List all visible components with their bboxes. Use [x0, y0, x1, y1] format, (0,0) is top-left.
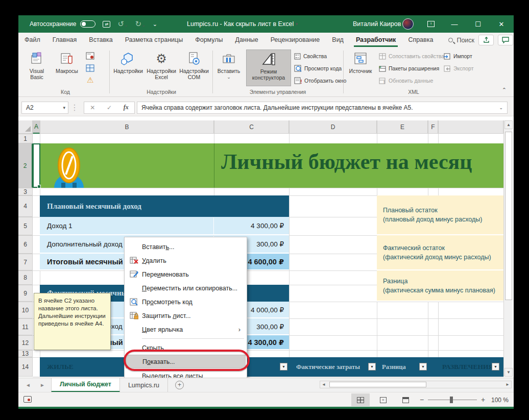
filter-button[interactable]: ▼ [368, 363, 376, 370]
scroll-right-icon[interactable]: ► [504, 382, 511, 387]
ribbon-tab-1[interactable]: Файл [18, 33, 46, 47]
search-box[interactable]: Поиск [448, 37, 474, 44]
filter-button[interactable]: ▼ [419, 363, 427, 370]
ribbon-tab-2[interactable]: Главная [46, 33, 83, 47]
insert-control-button[interactable]: Вставить ⌄ [214, 50, 243, 86]
ribbon-tab-4[interactable]: Разметка страницы [119, 33, 189, 47]
new-sheet-icon[interactable]: + [175, 381, 184, 389]
scroll-up-icon[interactable]: ▲ [504, 120, 513, 129]
vertical-scroll-thumb[interactable] [505, 132, 512, 300]
customize-qat-icon[interactable]: ⌄ [153, 21, 157, 28]
menu-item-insert[interactable]: Вставить... [126, 240, 246, 254]
prev-sheet-icon[interactable]: ◄ [23, 382, 33, 388]
relative-references-button[interactable] [86, 63, 94, 73]
run-dialog-button[interactable]: ! Отобразить окно [294, 76, 346, 86]
user-name[interactable]: Виталий Каиров [353, 15, 401, 33]
insert-function-icon[interactable]: fx [124, 104, 129, 111]
confirm-entry-icon[interactable]: ✓ [107, 104, 112, 111]
horizontal-scroll-thumb[interactable] [329, 382, 426, 387]
properties-button[interactable]: Свойства [294, 51, 327, 61]
share-button[interactable] [478, 35, 494, 45]
banner-row[interactable]: Личный бюджет на месяц [40, 143, 503, 188]
formula-input[interactable]: Ячейка справа содержит заголовок листа. … [137, 102, 508, 114]
zoom-out-icon[interactable]: − [420, 396, 424, 404]
row-header-4[interactable]: 4 [18, 195, 33, 217]
export-button[interactable]: Экспорт [443, 63, 473, 73]
row-header-14[interactable]: 14 [18, 357, 33, 377]
column-header-blank[interactable] [438, 120, 503, 134]
row-header-6[interactable]: 6 [18, 235, 33, 254]
column-header-A[interactable]: A [33, 120, 40, 134]
next-sheet-icon[interactable]: ► [38, 382, 47, 388]
filter-button[interactable]: ▼ [280, 363, 287, 370]
menu-item-tab-color[interactable]: Цвет ярлычка › [126, 323, 246, 336]
cancel-entry-icon[interactable]: ✕ [90, 104, 95, 111]
design-mode-button[interactable]: Режим конструктора [246, 50, 291, 86]
ribbon-display-options-button[interactable]: ↑ [420, 15, 442, 33]
comments-button[interactable] [498, 35, 513, 45]
refresh-data-button[interactable]: ! Обновить данные [379, 76, 433, 86]
scroll-down-icon[interactable]: ▼ [504, 368, 513, 377]
ribbon-tab-6[interactable]: Данные [229, 33, 264, 47]
row-header-2[interactable]: 2 [18, 143, 33, 188]
row-header-11[interactable]: 11 [18, 318, 33, 335]
view-code-button[interactable]: Просмотр кода [294, 63, 342, 73]
expansion-packs-button[interactable]: + Пакеты расширения [379, 63, 439, 73]
excel-addins-button[interactable]: ⚙ Надстройки Excel [145, 50, 178, 86]
row-header-5[interactable]: 5 [18, 217, 33, 235]
save-icon[interactable]: ⇄ [103, 21, 110, 28]
horizontal-scrollbar[interactable]: ◄ ► [320, 381, 512, 388]
sheet-tab-active[interactable]: Личный бюджет [51, 378, 120, 392]
sheet-tab-second[interactable]: Lumpics.ru [120, 378, 168, 392]
menu-item-move-or-copy[interactable]: Переместить или скопировать... [126, 281, 246, 295]
column-header-D[interactable]: D [289, 120, 377, 134]
row-header-9[interactable]: 9 [18, 285, 33, 302]
cell-c5[interactable]: 4 300,00 ₽ [214, 217, 289, 235]
autosave-toggle[interactable] [80, 20, 95, 28]
scroll-left-icon[interactable]: ◄ [320, 382, 327, 387]
row-header-12[interactable]: 12 [18, 335, 33, 350]
ribbon-tab-8[interactable]: Вид [326, 33, 350, 47]
row-header-13[interactable]: 13 [18, 350, 33, 357]
xml-source-button[interactable]: Источник [345, 50, 376, 86]
ribbon-tab-10[interactable]: Справка [402, 33, 439, 47]
zoom-slider-thumb[interactable] [450, 397, 453, 403]
page-layout-view-button[interactable]: ≡ [374, 393, 392, 406]
name-box[interactable]: A2▾ [21, 102, 68, 114]
com-addins-button[interactable]: Надстройки COM [178, 50, 210, 86]
row-header-10[interactable]: 10 [18, 302, 33, 318]
minimize-button[interactable]: — [443, 15, 466, 33]
macros-button[interactable]: Макросы [52, 50, 82, 86]
collapse-ribbon-icon[interactable]: ⌃ [502, 87, 507, 93]
addins-button[interactable]: Надстройки [112, 50, 144, 86]
ribbon-tab-9[interactable]: Разработчик [350, 33, 402, 47]
record-macro-button[interactable] [86, 51, 94, 61]
row-header-3[interactable]: 3 [18, 188, 33, 195]
expense-table-header-row[interactable]: ЖИЛЬЕ Плановые затраты Фактические затра… [40, 357, 503, 377]
vertical-scrollbar[interactable]: ▲ ▼ [503, 120, 513, 377]
column-header-E[interactable]: E [377, 120, 428, 134]
redo-icon[interactable]: ↻⌄ [135, 19, 146, 29]
filter-button[interactable]: ▼ [492, 363, 499, 370]
menu-item-protect-sheet[interactable]: Защитить лист... [126, 309, 246, 323]
menu-item-rename[interactable]: Переименовать [126, 267, 246, 281]
cell-actual-balance[interactable]: Фактический остаток(фактический доход ми… [377, 235, 503, 270]
import-button[interactable]: Импорт [443, 51, 472, 61]
row-header-7[interactable]: 7 [18, 254, 33, 270]
normal-view-button[interactable] [351, 393, 370, 406]
page-break-view-button[interactable] [396, 393, 415, 406]
row-header-1[interactable]: 1 [18, 134, 33, 143]
visual-basic-button[interactable]: Visual Basic [23, 50, 50, 86]
cell-b5[interactable]: Доход 1 [40, 217, 213, 235]
row-header-8[interactable]: 8 [18, 270, 33, 285]
zoom-in-icon[interactable]: + [481, 396, 485, 404]
column-header-F[interactable]: F [428, 120, 438, 134]
select-all-corner[interactable] [18, 120, 33, 134]
macro-security-icon[interactable]: ⚠ [87, 75, 93, 85]
ribbon-tab-5[interactable]: Формулы [189, 33, 229, 47]
document-title[interactable]: Lumpics.ru - Как скрыть лист в Excel ▾ [187, 15, 298, 33]
planned-income-header[interactable]: Плановый месячный доход [40, 195, 289, 217]
selected-cell-a2[interactable] [33, 143, 40, 188]
zoom-level[interactable]: 100 % [491, 397, 509, 404]
avatar[interactable] [402, 18, 414, 30]
